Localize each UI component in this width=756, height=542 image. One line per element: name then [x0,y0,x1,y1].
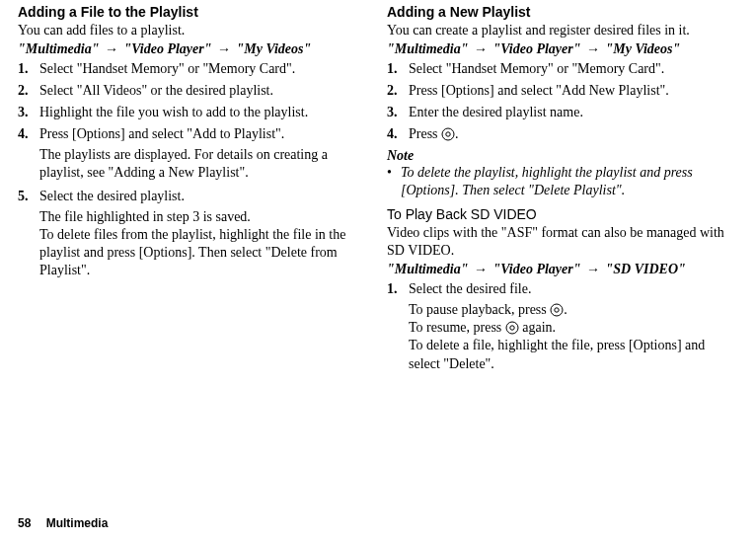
step-number: 2. [18,83,39,99]
arrow-icon: → [584,262,602,276]
step-2: 2. Press [Options] and select "Add New P… [387,83,732,99]
arrow-icon: → [103,41,120,56]
step-number: 4. [18,126,39,142]
left-intro: You can add files to a playlist. [18,22,363,39]
crumb-video-player: "Video Player" [492,41,580,56]
step-body: Press [Options] and select "Add to Playl… [39,126,363,182]
step-3: 3. Enter the desired playlist name. [387,105,732,120]
step-number: 2. [387,83,409,99]
step-body: Select the desired file. To pause playba… [409,281,732,373]
step-1: 1. Select "Handset Memory" or "Memory Ca… [18,61,363,77]
step-4: 4. Press . [387,126,732,142]
left-heading: Adding a File to the Playlist [18,4,363,20]
step-body: Press . [409,126,732,142]
step-number: 4. [387,126,409,142]
step-text: Select the desired playlist. [39,189,185,203]
step-3: 3. Highlight the file you wish to add to… [18,105,363,120]
line1-post: . [564,302,567,317]
step-2: 2. Select "All Videos" or the desired pl… [18,83,363,99]
step-subtext: The file highlighted in step 3 is saved.… [39,208,363,280]
crumb-my-videos: "My Videos" [605,41,680,56]
svg-point-0 [442,128,454,140]
step-number: 3. [18,105,39,120]
step-number: 5. [18,189,39,204]
step-text-post: . [455,126,459,141]
center-key-icon [505,321,519,335]
sd-breadcrumb: "Multimedia" → "Video Player" → "SD VIDE… [387,262,732,277]
svg-point-2 [551,304,563,316]
bullet-icon: • [387,164,401,182]
arrow-icon: → [215,41,233,56]
step-1: 1. Select the desired file. To pause pla… [387,281,732,373]
arrow-icon: → [584,41,602,56]
crumb-video-player: "Video Player" [492,262,580,276]
step-4: 4. Press [Options] and select "Add to Pl… [18,126,363,182]
right-heading: Adding a New Playlist [387,4,732,20]
section-name: Multimedia [46,516,109,530]
crumb-my-videos: "My Videos" [236,41,311,56]
left-steps: 1. Select "Handset Memory" or "Memory Ca… [18,61,363,279]
step-subtext: The playlists are displayed. For details… [39,146,363,182]
right-breadcrumb: "Multimedia" → "Video Player" → "My Vide… [387,41,732,57]
svg-point-3 [555,308,559,312]
step-body: Select the desired playlist. The file hi… [39,189,363,280]
svg-point-4 [506,322,518,334]
step-text: Select "Handset Memory" or "Memory Card"… [409,61,732,77]
step-text: Press [Options] and select "Add to Playl… [39,126,284,141]
crumb-video-player: "Video Player" [123,41,211,56]
arrow-icon: → [472,41,490,56]
crumb-sd-video: "SD VIDEO" [605,262,685,276]
step-text: Highlight the file you wish to add to th… [39,105,363,120]
center-key-icon [550,303,564,317]
line2-post: again. [519,320,556,335]
step-number: 3. [387,105,409,120]
right-column: Adding a New Playlist You can create a p… [387,0,732,379]
svg-point-5 [510,326,514,330]
crumb-multimedia: "Multimedia" [18,41,99,56]
step-text: Select the desired file. [409,281,531,296]
svg-point-1 [446,132,450,136]
sd-intro: Video clips with the "ASF" format can al… [387,224,732,260]
left-breadcrumb: "Multimedia" → "Video Player" → "My Vide… [18,41,363,57]
step-5: 5. Select the desired playlist. The file… [18,189,363,280]
right-steps: 1. Select "Handset Memory" or "Memory Ca… [387,61,732,142]
step-text: Press [Options] and select "Add New Play… [409,83,732,99]
step-text: Select "All Videos" or the desired playl… [39,83,363,99]
step-text: Select "Handset Memory" or "Memory Card"… [39,61,363,77]
line2-pre: To resume, press [409,320,505,335]
step-1: 1. Select "Handset Memory" or "Memory Ca… [387,61,732,77]
step-subtext: To pause playback, press . To resume, pr… [409,301,732,373]
sd-steps: 1. Select the desired file. To pause pla… [387,281,732,373]
crumb-multimedia: "Multimedia" [387,41,468,56]
step-number: 1. [18,61,39,77]
step-number: 1. [387,61,409,77]
page-footer: 58 Multimedia [18,516,108,530]
page-number: 58 [18,516,31,530]
step-number: 1. [387,281,409,297]
center-key-icon [441,127,455,141]
crumb-multimedia: "Multimedia" [387,262,468,276]
arrow-icon: → [472,262,490,276]
line3: To delete a file, highlight the file, pr… [409,338,705,370]
note-body: • To delete the playlist, highlight the … [387,164,732,199]
note-text: To delete the playlist, highlight the pl… [401,164,732,199]
step-text-pre: Press [409,126,441,141]
step-text: Enter the desired playlist name. [409,105,732,120]
sd-heading: To Play Back SD VIDEO [387,206,732,222]
note-label: Note [387,148,732,164]
right-intro: You can create a playlist and register d… [387,22,732,39]
line1-pre: To pause playback, press [409,302,550,317]
left-column: Adding a File to the Playlist You can ad… [18,0,363,379]
